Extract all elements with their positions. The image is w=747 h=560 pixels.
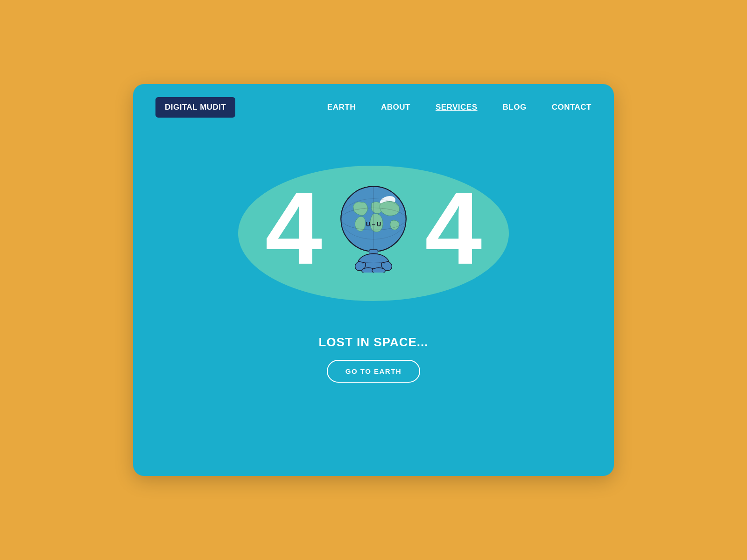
- navigation: DIGITAL MUDIT EARTH ABOUT SERVICES BLOG …: [133, 84, 614, 131]
- error-scene: 4: [224, 145, 523, 322]
- digit-four-right: 4: [425, 177, 482, 280]
- nav-link-contact[interactable]: CONTACT: [552, 103, 592, 112]
- browser-card: DIGITAL MUDIT EARTH ABOUT SERVICES BLOG …: [133, 84, 614, 476]
- svg-text:U – U: U – U: [366, 221, 381, 228]
- nav-link-blog[interactable]: BLOG: [503, 103, 527, 112]
- go-to-earth-button[interactable]: GO TO EARTH: [327, 360, 420, 383]
- error-code: 4: [224, 177, 523, 280]
- nav-links: EARTH ABOUT SERVICES BLOG CONTACT: [327, 103, 592, 112]
- globe-character: U – U: [327, 184, 420, 273]
- globe-svg: U – U: [329, 184, 418, 273]
- svg-point-10: [372, 268, 386, 273]
- nav-link-earth[interactable]: EARTH: [327, 103, 356, 112]
- nav-link-about[interactable]: ABOUT: [381, 103, 410, 112]
- main-content: 4: [133, 131, 614, 383]
- digit-four-left: 4: [265, 177, 322, 280]
- lost-in-space-text: LOST IN SPACE...: [318, 335, 428, 350]
- logo[interactable]: DIGITAL MUDIT: [155, 97, 235, 118]
- nav-link-services[interactable]: SERVICES: [436, 103, 478, 112]
